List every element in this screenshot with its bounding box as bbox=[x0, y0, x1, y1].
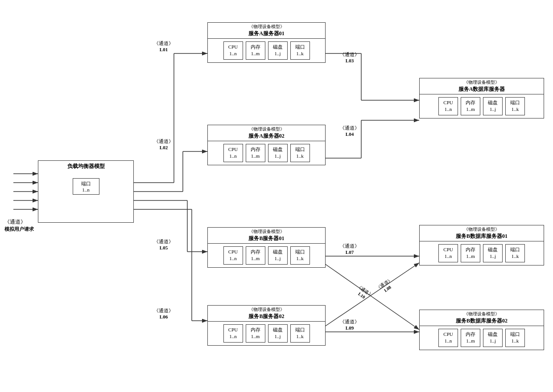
channel-L04-stereotype: 《通道》 bbox=[340, 125, 359, 131]
diagram: 《通道》 模拟用户请求 负载均衡器模型 端口 1..n 《通道》 L01 《通道… bbox=[0, 0, 553, 392]
server-a01-components: CPU1..n 内存1..m 磁盘1..j 端口1..k bbox=[208, 39, 325, 62]
server-b01-title: 《物理设备模型》 服务B服务器01 bbox=[208, 228, 325, 244]
server-a01-name: 服务A服务器01 bbox=[208, 30, 325, 37]
server-b02-name: 服务B服务器02 bbox=[208, 313, 325, 320]
server-b02-cpu: CPU1..n bbox=[223, 324, 243, 343]
db-b02-box: 《物理设备模型》 服务B数据库服务器02 CPU1..n 内存1..m 磁盘1.… bbox=[419, 310, 544, 350]
db-b01-cpu: CPU1..n bbox=[438, 244, 458, 262]
channel-L08-label: 《通道》 L08 bbox=[375, 277, 396, 296]
db-a-stereotype: 《物理设备模型》 bbox=[420, 79, 544, 86]
server-b02-title: 《物理设备模型》 服务B服务器02 bbox=[208, 306, 325, 322]
channel-L02-label: 《通道》 L02 bbox=[154, 138, 173, 150]
server-b02-stereotype: 《物理设备模型》 bbox=[208, 306, 325, 313]
db-a-box: 《物理设备模型》 服务A数据库服务器 CPU1..n 内存1..m 磁盘1..j… bbox=[419, 78, 544, 118]
db-b01-stereotype: 《物理设备模型》 bbox=[420, 226, 544, 233]
lb-port-range: 1..n bbox=[78, 187, 95, 192]
db-b01-disk: 磁盘1..j bbox=[483, 244, 503, 262]
db-a-name: 服务A数据库服务器 bbox=[420, 86, 544, 93]
server-a01-cpu: CPU1..n bbox=[223, 41, 243, 60]
db-a-mem: 内存1..m bbox=[461, 97, 480, 115]
channel-L07-stereotype: 《通道》 bbox=[340, 243, 359, 249]
lb-port-label: 端口 bbox=[78, 180, 95, 187]
server-a02-title: 《物理设备模型》 服务A服务器02 bbox=[208, 125, 325, 141]
server-a01-mem: 内存1..m bbox=[246, 41, 265, 60]
channel-L07-label: 《通道》 L07 bbox=[340, 243, 359, 255]
db-b02-mem: 内存1..m bbox=[461, 329, 480, 347]
db-b02-name: 服务B数据库服务器02 bbox=[420, 317, 544, 325]
channel-L06-label: 《通道》 L06 bbox=[154, 307, 173, 319]
channel-L03-stereotype: 《通道》 bbox=[340, 51, 359, 58]
server-a01-title: 《物理设备模型》 服务A服务器01 bbox=[208, 23, 325, 39]
channel-L09-stereotype: 《通道》 bbox=[340, 318, 359, 325]
channel-L03-name: L03 bbox=[340, 58, 359, 63]
channel-L05-name: L05 bbox=[154, 245, 173, 250]
server-b02-components: CPU1..n 内存1..m 磁盘1..j 端口1..k bbox=[208, 322, 325, 345]
server-b02-disk: 磁盘1..j bbox=[268, 324, 288, 343]
channel-L02-stereotype: 《通道》 bbox=[154, 138, 173, 145]
db-b01-port: 端口1..k bbox=[505, 244, 525, 262]
server-a01-stereotype: 《物理设备模型》 bbox=[208, 24, 325, 30]
channel-L02-name: L02 bbox=[154, 145, 173, 150]
db-b01-title: 《物理设备模型》 服务B数据库服务器01 bbox=[420, 225, 544, 241]
channel-L04-label: 《通道》 L04 bbox=[340, 125, 359, 137]
channel-L10-label: 《通道》 L10 bbox=[353, 283, 374, 302]
server-a02-box: 《物理设备模型》 服务A服务器02 CPU1..n 内存1..m 磁盘1..j … bbox=[207, 125, 326, 165]
channel-L04-name: L04 bbox=[340, 131, 359, 137]
channel-L07-name: L07 bbox=[340, 249, 359, 255]
db-b02-components: CPU1..n 内存1..m 磁盘1..j 端口1..k bbox=[420, 326, 544, 350]
db-b02-stereotype: 《物理设备模型》 bbox=[420, 311, 544, 317]
server-b02-box: 《物理设备模型》 服务B服务器02 CPU1..n 内存1..m 磁盘1..j … bbox=[207, 305, 326, 346]
server-b01-box: 《物理设备模型》 服务B服务器01 CPU1..n 内存1..m 磁盘1..j … bbox=[207, 227, 326, 268]
input-channel-label: 《通道》 模拟用户请求 bbox=[4, 218, 34, 233]
channel-L01-label: 《通道》 L01 bbox=[154, 40, 173, 52]
db-b01-components: CPU1..n 内存1..m 磁盘1..j 端口1..k bbox=[420, 241, 544, 265]
input-stereotype: 《通道》 bbox=[4, 219, 26, 225]
channel-L03-label: 《通道》 L03 bbox=[340, 51, 359, 63]
db-b02-port: 端口1..k bbox=[505, 329, 525, 347]
channel-L01-name: L01 bbox=[154, 47, 173, 52]
server-b01-components: CPU1..n 内存1..m 磁盘1..j 端口1..k bbox=[208, 244, 325, 267]
server-b01-cpu: CPU1..n bbox=[223, 246, 243, 265]
db-b02-disk: 磁盘1..j bbox=[483, 329, 503, 347]
channel-L05-label: 《通道》 L05 bbox=[154, 238, 173, 250]
db-a-components: CPU1..n 内存1..m 磁盘1..j 端口1..k bbox=[420, 94, 544, 118]
server-a01-port: 端口1..k bbox=[290, 41, 310, 60]
server-b01-mem: 内存1..m bbox=[246, 246, 265, 265]
server-a02-mem: 内存1..m bbox=[246, 144, 265, 162]
server-a02-disk: 磁盘1..j bbox=[268, 144, 288, 162]
server-b01-disk: 磁盘1..j bbox=[268, 246, 288, 265]
channel-L01-stereotype: 《通道》 bbox=[154, 40, 173, 47]
server-b02-port: 端口1..k bbox=[290, 324, 310, 343]
db-b01-name: 服务B数据库服务器01 bbox=[420, 233, 544, 240]
db-b01-box: 《物理设备模型》 服务B数据库服务器01 CPU1..n 内存1..m 磁盘1.… bbox=[419, 225, 544, 265]
server-a02-port: 端口1..k bbox=[290, 144, 310, 162]
db-a-port: 端口1..k bbox=[505, 97, 525, 115]
server-a01-disk: 磁盘1..j bbox=[268, 41, 288, 60]
server-a02-stereotype: 《物理设备模型》 bbox=[208, 126, 325, 132]
channel-L06-stereotype: 《通道》 bbox=[154, 307, 173, 314]
channel-L09-label: 《通道》 L09 bbox=[340, 318, 359, 331]
server-a01-box: 《物理设备模型》 服务A服务器01 CPU1..n 内存1..m 磁盘1..j … bbox=[207, 22, 326, 63]
server-a02-cpu: CPU1..n bbox=[223, 144, 243, 162]
server-a02-name: 服务A服务器02 bbox=[208, 132, 325, 140]
db-b02-title: 《物理设备模型》 服务B数据库服务器02 bbox=[420, 310, 544, 326]
server-b02-mem: 内存1..m bbox=[246, 324, 265, 343]
server-b01-port: 端口1..k bbox=[290, 246, 310, 265]
db-a-title: 《物理设备模型》 服务A数据库服务器 bbox=[420, 78, 544, 94]
db-a-disk: 磁盘1..j bbox=[483, 97, 503, 115]
db-a-cpu: CPU1..n bbox=[438, 97, 458, 115]
input-name: 模拟用户请求 bbox=[4, 226, 34, 233]
channel-L06-name: L06 bbox=[154, 314, 173, 319]
lb-port: 端口 1..n bbox=[73, 178, 99, 195]
server-b01-stereotype: 《物理设备模型》 bbox=[208, 229, 325, 235]
load-balancer-box: 负载均衡器模型 端口 1..n bbox=[38, 160, 134, 223]
lb-title: 负载均衡器模型 bbox=[38, 161, 133, 172]
server-a02-components: CPU1..n 内存1..m 磁盘1..j 端口1..k bbox=[208, 141, 325, 165]
channel-L09-name: L09 bbox=[340, 325, 359, 331]
channel-L05-stereotype: 《通道》 bbox=[154, 238, 173, 245]
db-b01-mem: 内存1..m bbox=[461, 244, 480, 262]
db-b02-cpu: CPU1..n bbox=[438, 329, 458, 347]
server-b01-name: 服务B服务器01 bbox=[208, 235, 325, 242]
